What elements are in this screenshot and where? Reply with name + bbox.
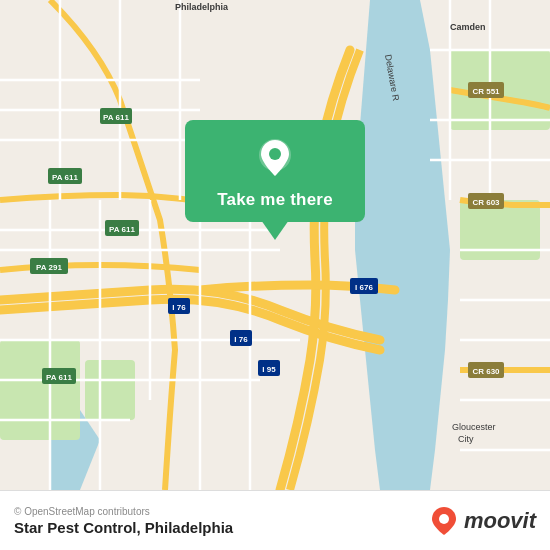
location-pin-icon [253,136,297,180]
take-me-there-button[interactable]: Take me there [217,190,333,210]
svg-text:I 76: I 76 [234,335,248,344]
svg-text:City: City [458,434,474,444]
bottom-bar: © OpenStreetMap contributors Star Pest C… [0,490,550,550]
svg-text:PA 291: PA 291 [36,263,62,272]
map-background: Philadelphia Camden Gloucester City PA 6… [0,0,550,490]
copyright-text: © OpenStreetMap contributors [14,506,233,517]
moovit-logo: moovit [428,505,536,537]
svg-text:I 676: I 676 [355,283,373,292]
svg-text:I 95: I 95 [262,365,276,374]
location-name: Star Pest Control, Philadelphia [14,519,233,536]
svg-text:I 76: I 76 [172,303,186,312]
svg-rect-5 [85,360,135,420]
map-container: Philadelphia Camden Gloucester City PA 6… [0,0,550,490]
svg-text:Philadelphia: Philadelphia [175,2,229,12]
svg-point-39 [269,148,281,160]
svg-rect-4 [0,340,80,440]
popup-card[interactable]: Take me there [185,120,365,222]
svg-text:CR 630: CR 630 [472,367,500,376]
svg-text:CR 603: CR 603 [472,198,500,207]
svg-text:Gloucester: Gloucester [452,422,496,432]
svg-point-40 [439,514,449,524]
moovit-brand-icon [428,505,460,537]
bottom-left-info: © OpenStreetMap contributors Star Pest C… [14,506,233,536]
moovit-brand-text: moovit [464,508,536,534]
svg-text:Camden: Camden [450,22,486,32]
svg-text:CR 551: CR 551 [472,87,500,96]
svg-text:PA 611: PA 611 [52,173,78,182]
svg-text:PA 611: PA 611 [109,225,135,234]
svg-text:PA 611: PA 611 [103,113,129,122]
svg-text:PA 611: PA 611 [46,373,72,382]
